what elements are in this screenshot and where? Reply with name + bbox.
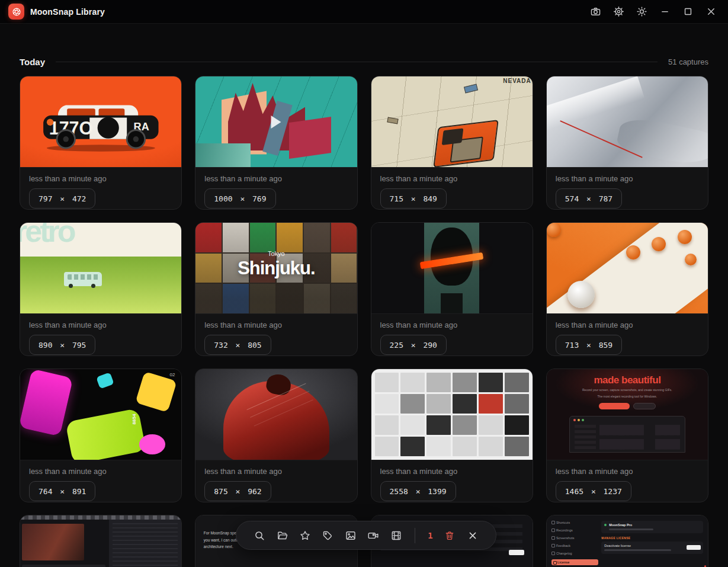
white-knob <box>567 281 595 308</box>
capture-card[interactable]: 177O RA less than a minute ago 797 × 472 <box>20 76 182 210</box>
deselect-button[interactable] <box>463 524 483 547</box>
capture-button[interactable] <box>586 3 604 21</box>
capture-card[interactable]: less than a minute ago 713 × 859 <box>546 222 708 356</box>
capture-timestamp: less than a minute ago <box>204 174 348 183</box>
capture-timestamp: less than a minute ago <box>29 174 172 183</box>
settings-button[interactable] <box>610 3 627 21</box>
play-icon <box>271 116 281 129</box>
capture-card[interactable]: NEVADA less than a minute ago 715 × 849 <box>371 76 533 210</box>
search-icon <box>254 530 265 542</box>
capture-thumbnail <box>371 223 533 314</box>
capture-thumbnail <box>547 76 708 168</box>
capture-meta: less than a minute ago 715 × 849 <box>371 168 533 209</box>
dimensions-badge: 732 × 805 <box>204 335 271 355</box>
capture-timestamp: less than a minute ago <box>556 174 699 183</box>
capture-thumbnail: NEVADA <box>371 76 533 168</box>
capture-card[interactable]: made beautiful Record your screen, captu… <box>546 369 708 502</box>
dimensions-text: 890 × 795 <box>39 341 86 350</box>
videos-filter-button[interactable] <box>363 524 383 547</box>
capture-card[interactable]: less than a minute ago 574 × 787 <box>546 76 708 210</box>
capture-card[interactable] <box>20 515 182 567</box>
capture-meta: less than a minute ago 1465 × 1237 <box>547 460 708 501</box>
capture-timestamp: less than a minute ago <box>29 467 172 476</box>
capture-card[interactable]: less than a minute ago 875 × 962 <box>195 369 357 502</box>
dimensions-text: 764 × 891 <box>39 487 86 496</box>
capture-timestamp: less than a minute ago <box>556 321 699 329</box>
capture-meta: less than a minute ago 713 × 859 <box>547 314 708 355</box>
capture-thumbnail: made beautiful Record your screen, captu… <box>547 369 708 460</box>
sun-icon <box>636 6 647 17</box>
capture-card[interactable]: less than a minute ago 225 × 290 <box>371 222 533 356</box>
capture-meta: less than a minute ago 797 × 472 <box>20 168 181 209</box>
capture-timestamp: less than a minute ago <box>380 321 524 329</box>
capture-card[interactable]: less than a minute ago 1000 × 769 <box>195 76 357 210</box>
capture-thumbnail <box>20 515 181 567</box>
images-filter-button[interactable] <box>341 524 361 547</box>
capture-card[interactable]: 02 8854 less than a minute ago 764 × 891 <box>20 369 182 502</box>
dimensions-badge: 715 × 849 <box>380 188 447 209</box>
film-strip-icon <box>390 530 402 542</box>
capture-meta: less than a minute ago 1000 × 769 <box>195 168 357 209</box>
capture-timestamp: less than a minute ago <box>380 467 524 476</box>
capture-meta: less than a minute ago 574 × 787 <box>547 168 708 209</box>
capture-timestamp: less than a minute ago <box>380 174 524 183</box>
capture-card[interactable]: less than a minute ago 2558 × 1399 <box>371 369 533 502</box>
dimensions-text: 732 × 805 <box>214 341 261 350</box>
gifs-filter-button[interactable] <box>386 524 406 547</box>
dimensions-badge: 574 × 787 <box>556 188 622 209</box>
capture-thumbnail: Tokyo Shinjuku. <box>195 223 357 314</box>
maximize-button[interactable] <box>679 3 697 21</box>
dimensions-text: 713 × 859 <box>565 341 612 350</box>
capture-thumbnail: 177O RA <box>20 76 181 168</box>
dimensions-text: 797 × 472 <box>39 194 86 203</box>
dimensions-text: 1000 × 769 <box>214 194 266 203</box>
capture-meta: less than a minute ago 890 × 795 <box>20 314 181 355</box>
dimensions-text: 715 × 849 <box>390 194 437 203</box>
close-selection-icon <box>467 530 479 542</box>
capture-meta: less than a minute ago 764 × 891 <box>20 460 181 501</box>
dimensions-badge: 2558 × 1399 <box>380 481 456 501</box>
folder-button[interactable] <box>272 524 292 547</box>
dimensions-badge: 890 × 795 <box>29 335 95 355</box>
star-icon <box>299 530 311 542</box>
red-wire <box>560 120 643 158</box>
aperture-icon <box>11 7 22 17</box>
dimensions-badge: 764 × 891 <box>29 481 95 501</box>
close-icon <box>705 6 717 17</box>
minimize-icon <box>659 6 671 17</box>
minimize-button[interactable] <box>656 3 674 21</box>
tag-button[interactable] <box>318 524 338 547</box>
app-logo <box>8 4 24 20</box>
landing-buttons <box>547 403 708 409</box>
capture-timestamp: less than a minute ago <box>556 467 699 476</box>
capture-thumbnail <box>371 369 533 460</box>
close-button[interactable] <box>702 3 720 21</box>
capture-thumbnail <box>195 76 357 168</box>
selected-count: 1 <box>424 531 438 540</box>
titlebar: MoonSnap Library <box>0 0 728 24</box>
theme-button[interactable] <box>633 3 650 21</box>
glitch-shape <box>195 143 251 167</box>
capture-timestamp: less than a minute ago <box>29 321 172 329</box>
capture-card[interactable]: Tokyo Shinjuku. less than a minute ago 7… <box>195 222 357 356</box>
capture-thumbnail <box>547 223 708 314</box>
image-icon <box>345 530 357 542</box>
section-title: Today <box>20 57 45 67</box>
debris <box>464 84 478 94</box>
capture-card[interactable]: Shortcuts Recordings Screenshots Feedbac… <box>546 515 708 567</box>
shinjuku-caption: Tokyo Shinjuku. <box>195 250 357 279</box>
capture-card[interactable]: retro less than a minute ago 890 × 795 <box>20 222 182 356</box>
delete-button[interactable] <box>440 524 460 547</box>
video-camera-icon <box>367 530 379 542</box>
trash-icon <box>444 530 456 542</box>
section-header: Today 51 captures <box>20 57 708 67</box>
small-button <box>509 550 524 555</box>
dimensions-text: 1465 × 1237 <box>565 487 622 496</box>
search-button[interactable] <box>249 524 270 547</box>
app-preview-window <box>569 416 685 453</box>
retro-title-text: retro <box>20 223 73 249</box>
nevada-sign-text: NEVADA <box>503 78 531 84</box>
race-car-illustration: 177O RA <box>33 88 169 156</box>
favorite-button[interactable] <box>295 524 315 547</box>
capture-timestamp: less than a minute ago <box>204 467 348 476</box>
